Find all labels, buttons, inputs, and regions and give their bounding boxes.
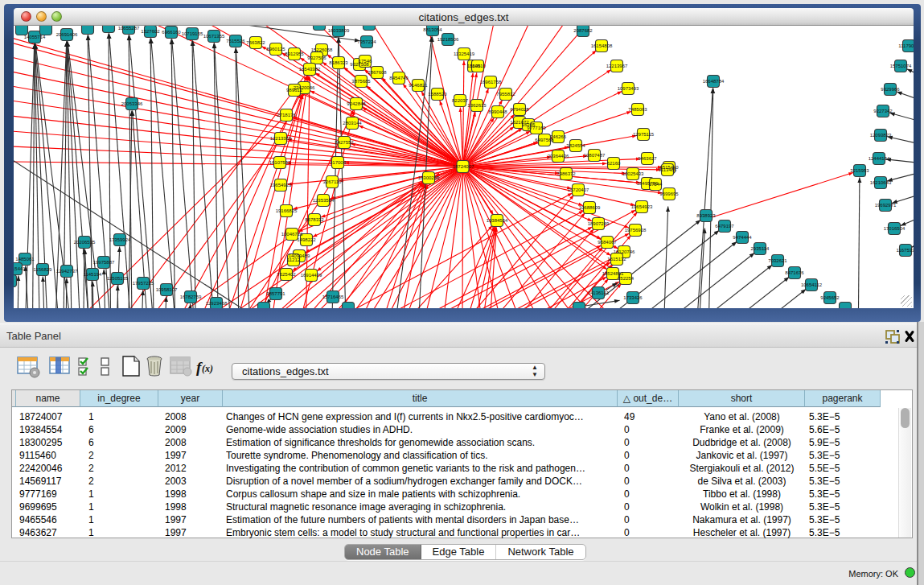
svg-text:3267110: 3267110 <box>323 179 343 184</box>
svg-text:18724007: 18724007 <box>453 164 474 169</box>
svg-text:10671355: 10671355 <box>203 34 225 39</box>
svg-text:7515526: 7515526 <box>226 39 245 43</box>
svg-text:17544: 17544 <box>649 182 663 187</box>
svg-text:16961758: 16961758 <box>480 80 502 84</box>
svg-text:9699695: 9699695 <box>659 192 679 196</box>
svg-text:17546: 17546 <box>359 59 372 64</box>
svg-text:16107552: 16107552 <box>269 160 291 165</box>
svg-text:8960125: 8960125 <box>266 47 285 51</box>
svg-text:12444154: 12444154 <box>869 156 890 161</box>
svg-text:417004: 417004 <box>330 160 347 165</box>
svg-text:10719155: 10719155 <box>182 31 203 36</box>
svg-text:12923468: 12923468 <box>206 301 228 306</box>
svg-text:9113485: 9113485 <box>659 167 678 172</box>
svg-text:12213967: 12213967 <box>606 64 628 68</box>
svg-text:2718176: 2718176 <box>277 113 296 117</box>
svg-text:8912955: 8912955 <box>285 51 304 56</box>
svg-text:19654923: 19654923 <box>270 183 292 187</box>
svg-text:9329966: 9329966 <box>881 87 900 92</box>
svg-text:11325419: 11325419 <box>454 51 475 56</box>
svg-text:9327506: 9327506 <box>307 56 326 60</box>
svg-text:16914479: 16914479 <box>301 273 322 278</box>
svg-text:10654112: 10654112 <box>801 282 823 287</box>
svg-text:252254: 252254 <box>618 276 634 281</box>
svg-text:9227342: 9227342 <box>873 109 893 113</box>
svg-text:19756928: 19756928 <box>625 228 647 233</box>
svg-text:19975887: 19975887 <box>93 260 115 265</box>
svg-text:2867608: 2867608 <box>368 70 387 75</box>
svg-text:16782759: 16782759 <box>180 295 202 299</box>
svg-text:10688609: 10688609 <box>579 205 601 210</box>
svg-text:20364436: 20364436 <box>548 154 569 159</box>
svg-text:7955812: 7955812 <box>496 92 515 97</box>
svg-text:9777169: 9777169 <box>527 126 546 130</box>
svg-text:(x): (x) <box>202 363 213 374</box>
svg-text:17016504: 17016504 <box>884 226 906 231</box>
svg-text:8990448: 8990448 <box>488 109 507 114</box>
svg-text:6794028: 6794028 <box>510 107 529 112</box>
svg-text:12975115: 12975115 <box>633 132 655 137</box>
svg-text:62160: 62160 <box>607 161 621 166</box>
svg-text:8813054: 8813054 <box>423 27 442 32</box>
svg-text:16033809: 16033809 <box>328 28 350 33</box>
svg-text:8454749: 8454749 <box>389 76 409 80</box>
svg-text:7485063: 7485063 <box>628 107 647 112</box>
svg-text:3915441: 3915441 <box>14 266 26 271</box>
svg-text:1527602: 1527602 <box>141 29 160 34</box>
svg-text:9474444: 9474444 <box>733 235 752 240</box>
svg-text:18300295: 18300295 <box>418 175 440 180</box>
svg-text:15226058: 15226058 <box>311 47 333 52</box>
svg-text:12093823: 12093823 <box>870 133 892 138</box>
svg-text:3215953: 3215953 <box>850 168 869 173</box>
svg-text:17957225: 17957225 <box>133 281 154 286</box>
svg-text:8427552: 8427552 <box>335 140 354 145</box>
svg-text:1145194: 1145194 <box>84 272 103 277</box>
svg-text:2935114: 2935114 <box>751 246 770 251</box>
svg-text:20053346: 20053346 <box>121 101 143 106</box>
svg-text:8678332: 8678332 <box>305 217 324 222</box>
svg-text:1588520: 1588520 <box>428 92 447 97</box>
svg-text:110910: 110910 <box>470 64 486 68</box>
svg-text:10025433: 10025433 <box>622 171 644 176</box>
svg-text:12942737: 12942737 <box>56 269 78 274</box>
svg-text:9463627: 9463627 <box>638 156 657 161</box>
svg-text:16210643: 16210643 <box>870 180 892 185</box>
svg-text:8471676: 8471676 <box>785 270 804 275</box>
svg-text:6479197: 6479197 <box>715 224 734 229</box>
svg-text:19384554: 19384554 <box>487 218 508 223</box>
svg-text:2803144: 2803144 <box>343 121 362 126</box>
svg-text:15716465: 15716465 <box>322 295 344 299</box>
svg-text:1498222: 1498222 <box>297 237 316 242</box>
svg-text:9242848: 9242848 <box>347 101 366 106</box>
svg-text:19692971: 19692971 <box>875 203 897 208</box>
svg-text:1733426: 1733426 <box>623 295 643 300</box>
svg-text:7663822: 7663822 <box>246 40 265 45</box>
svg-text:12213369: 12213369 <box>270 136 292 141</box>
svg-text:10958107: 10958107 <box>156 287 178 292</box>
svg-text:10046726: 10046726 <box>281 232 303 237</box>
svg-text:1615132: 1615132 <box>607 257 626 262</box>
svg-text:9245652: 9245652 <box>820 295 840 300</box>
svg-text:12505135: 12505135 <box>107 276 129 281</box>
svg-text:1485061: 1485061 <box>15 257 35 262</box>
svg-text:11212: 11212 <box>287 257 301 262</box>
svg-text:7357224: 7357224 <box>357 39 376 44</box>
svg-text:6497568: 6497568 <box>535 138 554 142</box>
svg-text:18907249: 18907249 <box>588 221 610 226</box>
svg-text:9146821: 9146821 <box>409 83 428 88</box>
svg-text:12353594: 12353594 <box>313 198 335 203</box>
svg-text:7986372: 7986372 <box>556 171 576 176</box>
svg-text:822037: 822037 <box>452 98 469 103</box>
svg-text:10973493: 10973493 <box>618 86 639 91</box>
svg-text:19654923: 19654923 <box>631 204 653 209</box>
svg-text:19218506: 19218506 <box>437 37 459 42</box>
svg-text:6966160: 6966160 <box>162 30 181 35</box>
svg-text:11179011: 11179011 <box>898 43 914 48</box>
svg-text:14136141: 14136141 <box>588 290 610 295</box>
svg-text:16154808: 16154808 <box>591 43 613 48</box>
svg-text:16543382: 16543382 <box>299 67 321 72</box>
svg-text:16120746: 16120746 <box>614 249 635 254</box>
svg-text:1156829: 1156829 <box>34 267 53 272</box>
svg-text:10655287: 10655287 <box>118 26 140 31</box>
svg-text:14055714: 14055714 <box>24 35 46 39</box>
